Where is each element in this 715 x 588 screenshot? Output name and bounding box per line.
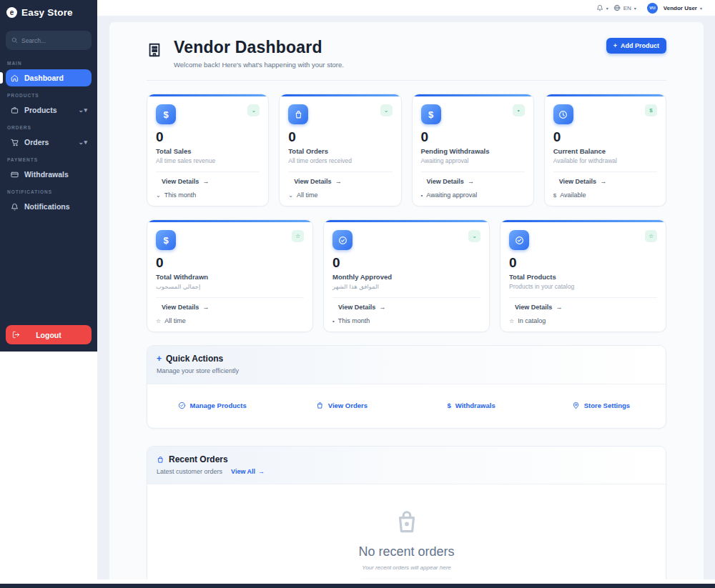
home-icon	[11, 74, 19, 82]
stat-value: 0	[156, 255, 304, 271]
view-details-link[interactable]: View Details→	[156, 304, 304, 311]
quick-actions-subtitle: Manage your store efficiently	[157, 367, 656, 374]
view-details-link[interactable]: View Details→	[332, 304, 480, 311]
page-subtitle: Welcome back! Here's what's happening wi…	[174, 61, 344, 69]
stat-footer: $Available	[553, 191, 657, 199]
sidebar-item-dashboard[interactable]: Dashboard	[6, 69, 92, 86]
stat-subtitle: Products in your catalog	[509, 283, 657, 290]
package-icon	[178, 402, 186, 409]
plus-icon: +	[613, 42, 617, 49]
stat-value: 0	[156, 129, 260, 145]
stat-value: 0	[553, 129, 657, 145]
star-icon: ☆	[509, 318, 514, 324]
trend-icon: ⌄	[288, 192, 293, 199]
stat-subtitle: الموافق هذا الشهر	[332, 283, 480, 290]
divider	[332, 297, 480, 298]
search-input[interactable]	[21, 37, 86, 44]
divider	[421, 171, 525, 172]
sidebar-item-label: Products	[24, 106, 57, 114]
stat-title: Total Sales	[156, 147, 260, 155]
stat-title: Pending Withdrawals	[421, 147, 525, 155]
stat-footer: •This month	[332, 317, 480, 324]
notifications-dropdown[interactable]: ▾	[596, 4, 608, 11]
sidebar-item-notifications[interactable]: Notifications	[6, 198, 92, 215]
check-circle-icon	[332, 230, 352, 250]
quick-actions-list: Manage Products View Orders $ Withdrawal…	[147, 384, 666, 428]
recent-orders-header: Recent Orders Latest customer orders Vie…	[147, 447, 666, 484]
stat-value: 0	[421, 129, 525, 145]
sidebar-item-withdrawals[interactable]: Withdrawals	[6, 166, 92, 183]
user-menu[interactable]: VU Vendor User ▾	[641, 3, 702, 14]
app-logo: e Easy Store	[0, 0, 97, 24]
stat-card-total-sales: $ ⌄ 0 Total Sales All time sales revenue…	[147, 94, 269, 206]
dollar-icon: $	[553, 192, 556, 199]
quick-action-withdrawals[interactable]: $ Withdrawals	[407, 402, 536, 409]
quick-action-view-orders[interactable]: View Orders	[277, 402, 406, 409]
trend-badge-icon: ⌄	[380, 104, 393, 116]
arrow-right-icon: →	[202, 178, 209, 185]
view-all-link[interactable]: View All →	[231, 468, 265, 475]
language-dropdown[interactable]: EN ▾	[613, 4, 636, 11]
arrow-right-icon: →	[556, 304, 562, 311]
section-label-notifications: NOTIFICATIONS	[7, 189, 90, 194]
divider	[288, 171, 392, 172]
bell-icon	[11, 203, 19, 211]
empty-state-message: Your recent orders will appear here	[362, 564, 451, 571]
sidebar-item-orders[interactable]: Orders ⌄ ▾	[6, 134, 92, 151]
view-details-link[interactable]: View Details→	[288, 178, 392, 185]
dollar-icon: $	[421, 104, 441, 124]
view-details-link[interactable]: View Details→	[421, 178, 525, 185]
dollar-badge-icon: $	[645, 104, 657, 116]
star-badge-icon: ☆	[292, 230, 304, 242]
stat-title: Total Withdrawn	[156, 273, 304, 281]
stat-title: Monthly Approved	[332, 273, 480, 281]
sidebar-item-label: Withdrawals	[24, 170, 69, 179]
trend-badge-icon: ⌄	[468, 230, 480, 242]
bag-icon	[316, 402, 324, 409]
bag-icon	[288, 104, 308, 124]
trend-badge-icon: ⌄	[247, 104, 260, 116]
divider	[509, 297, 657, 298]
stat-footer: ☆In catalog	[509, 317, 657, 324]
arrow-right-icon: →	[258, 468, 265, 475]
bottom-bar	[0, 584, 715, 588]
sidebar-item-label: Dashboard	[24, 74, 64, 82]
language-label: EN	[623, 5, 631, 11]
arrow-right-icon: →	[202, 304, 209, 311]
app-title: Easy Store	[21, 7, 73, 18]
quick-action-store-settings[interactable]: Store Settings	[536, 402, 666, 409]
sidebar: e Easy Store MAIN Dashboard PRODUCTS Pro…	[0, 0, 97, 352]
logout-button[interactable]: Logout	[6, 325, 92, 344]
user-name: Vendor User	[664, 5, 697, 11]
quick-actions-title: Quick Actions	[166, 354, 223, 364]
sidebar-search[interactable]	[6, 31, 92, 50]
divider	[156, 171, 260, 172]
stats-row-1: $ ⌄ 0 Total Sales All time sales revenue…	[147, 94, 666, 206]
add-product-button[interactable]: + Add Product	[606, 38, 666, 54]
logout-icon	[12, 331, 20, 339]
chevron-down-icon: ▾	[606, 6, 608, 11]
stat-value: 0	[332, 255, 480, 271]
sidebar-item-products[interactable]: Products ⌄ ▾	[6, 101, 92, 119]
stat-title: Current Balance	[553, 147, 657, 155]
dollar-icon: $	[448, 402, 451, 409]
view-details-link[interactable]: View Details→	[553, 178, 657, 185]
section-label-products: PRODUCTS	[7, 93, 90, 98]
chevron-down-icon[interactable]: ⌄ ▾	[78, 106, 87, 114]
dot-icon: •	[332, 318, 335, 324]
recent-orders-title: Recent Orders	[169, 454, 228, 464]
main-content: Vendor Dashboard Welcome back! Here's wh…	[97, 16, 715, 580]
quick-action-manage-products[interactable]: Manage Products	[147, 402, 277, 409]
stat-card-total-products: ☆ 0 Total Products Products in your cata…	[500, 219, 666, 332]
star-badge-icon: ☆	[645, 230, 657, 242]
trend-icon: ⌄	[156, 192, 161, 199]
stat-footer: ⌄All time	[288, 191, 392, 199]
stat-footer: ⌄This month	[156, 191, 260, 199]
chevron-down-icon[interactable]: ⌄ ▾	[78, 139, 87, 146]
dollar-icon: $	[156, 104, 176, 124]
view-details-link[interactable]: View Details→	[509, 304, 657, 311]
stat-subtitle: All time sales revenue	[156, 157, 260, 164]
stat-subtitle: إجمالي المسحوب	[156, 283, 304, 290]
add-product-label: Add Product	[621, 42, 659, 49]
view-details-link[interactable]: View Details→	[156, 178, 260, 185]
